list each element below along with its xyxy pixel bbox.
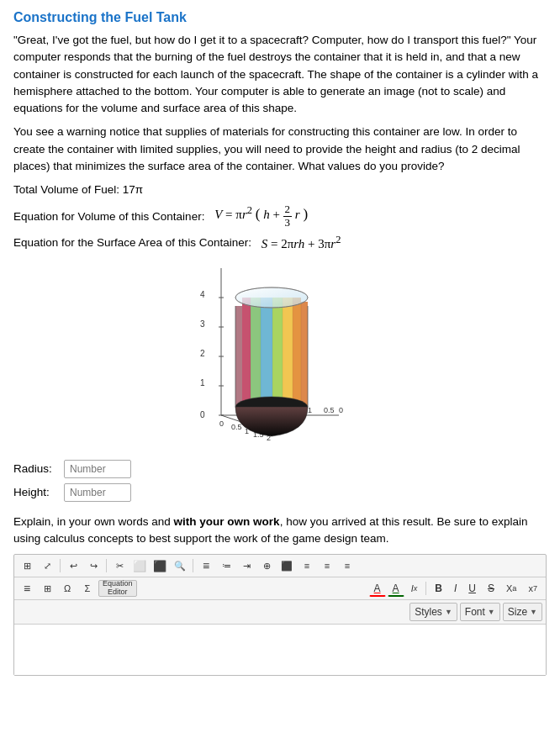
toolbar-align-left-btn[interactable]: ⬛: [277, 557, 296, 574]
height-input[interactable]: [64, 483, 131, 502]
editor-content[interactable]: [14, 625, 546, 675]
svg-rect-26: [272, 298, 283, 407]
page-title: Constructing the Fuel Tank: [13, 10, 547, 25]
toolbar-undo-btn[interactable]: ↩: [64, 557, 82, 574]
svg-text:2: 2: [200, 349, 205, 358]
toolbar-cut-btn[interactable]: ✂: [110, 557, 129, 574]
graph-area: 0 1 2 3 4 0 0.5 1 1.5 2 2 1.5 1 0.5 0: [13, 260, 547, 445]
volume-equation-line: Equation for Volume of this Container: V…: [13, 203, 547, 229]
svg-rect-29: [301, 302, 308, 407]
toolbar-indent1-btn[interactable]: ⇥: [237, 557, 256, 574]
subscript-btn[interactable]: Xa: [501, 580, 521, 597]
bold-btn[interactable]: B: [430, 580, 447, 597]
svg-rect-24: [251, 298, 261, 407]
intro-paragraph-2: You see a warning notice that supplies o…: [13, 124, 547, 175]
surface-equation-line: Equation for the Surface Area of this Co…: [13, 234, 547, 251]
radius-row: Radius:: [13, 460, 547, 478]
toolbar-sep-3: [193, 559, 193, 572]
size-arrow: ▼: [530, 608, 537, 616]
toolbar-divider-btn[interactable]: ⊕: [257, 557, 276, 574]
svg-text:0: 0: [219, 419, 224, 428]
font-arrow: ▼: [488, 608, 495, 616]
styles-arrow: ▼: [445, 608, 452, 616]
clear-format-btn[interactable]: Ix: [406, 580, 423, 597]
toolbar-table-btn[interactable]: ⊞: [38, 580, 56, 597]
svg-text:1: 1: [308, 406, 312, 414]
toolbar-row3: Styles ▼ Font ▼ Size ▼: [14, 600, 546, 625]
svg-text:4: 4: [200, 290, 205, 299]
surface-formula: S = 2πrh + 3πr2: [262, 234, 341, 251]
toolbar-omega-btn[interactable]: Ω: [58, 580, 77, 597]
height-row: Height:: [13, 483, 547, 502]
surface-equation-label: Equation for the Surface Area of this Co…: [13, 236, 251, 249]
total-volume-line: Total Volume of Fuel: 17π: [13, 182, 547, 198]
italic-btn[interactable]: I: [449, 580, 462, 597]
3d-graph: 0 1 2 3 4 0 0.5 1 1.5 2 2 1.5 1 0.5 0: [196, 260, 364, 445]
toolbar-align-center-btn[interactable]: ≡: [298, 557, 316, 574]
svg-text:3: 3: [200, 319, 205, 329]
svg-rect-25: [261, 298, 272, 407]
toolbar-list2-btn[interactable]: ≔: [217, 557, 235, 574]
font-color-dark-btn[interactable]: A: [388, 580, 404, 597]
explain-text: Explain, in your own words and with your…: [13, 514, 547, 548]
svg-rect-23: [242, 298, 251, 407]
equation-editor-btn[interactable]: Equation Editor: [98, 580, 137, 597]
toolbar-align-right-btn[interactable]: ≡: [318, 557, 336, 574]
svg-rect-27: [283, 298, 293, 407]
svg-text:1: 1: [200, 378, 205, 387]
size-dropdown[interactable]: Size ▼: [503, 603, 542, 621]
font-dropdown[interactable]: Font ▼: [460, 603, 500, 621]
height-label: Height:: [13, 486, 64, 498]
toolbar-row1: ⊞ ⤢ ↩ ↪ ✂ ⬜ ⬛ 🔍 ≡ ≔ ⇥ ⊕ ⬛ ≡ ≡ ≡: [14, 555, 546, 577]
toolbar-redo-btn[interactable]: ↪: [84, 557, 103, 574]
svg-rect-28: [293, 298, 301, 407]
svg-text:0.5: 0.5: [231, 423, 242, 431]
toolbar-menu-btn[interactable]: ≡: [18, 580, 36, 597]
toolbar-justify-btn[interactable]: ≡: [338, 557, 357, 574]
rich-text-editor[interactable]: ⊞ ⤢ ↩ ↪ ✂ ⬜ ⬛ 🔍 ≡ ≔ ⇥ ⊕ ⬛ ≡ ≡ ≡ ≡ ⊞ Ω Σ …: [13, 554, 547, 676]
toolbar-sep-1: [60, 559, 61, 572]
toolbar-list1-btn[interactable]: ≡: [197, 557, 215, 574]
styles-dropdown[interactable]: Styles ▼: [409, 603, 457, 621]
styles-label: Styles: [415, 606, 442, 618]
toolbar-sigma-btn[interactable]: Σ: [78, 580, 97, 597]
toolbar-row2: ≡ ⊞ Ω Σ Equation Editor A A Ix B I U S X…: [14, 577, 546, 600]
font-color-btn[interactable]: A: [369, 580, 386, 597]
toolbar-copy-btn[interactable]: ⬜: [130, 557, 149, 574]
volume-equation-label: Equation for Volume of this Container:: [13, 210, 204, 223]
svg-rect-30: [235, 306, 242, 407]
toolbar-sep-4: [425, 582, 426, 595]
radius-label: Radius:: [13, 462, 64, 475]
strikethrough-btn[interactable]: S: [483, 580, 499, 597]
radius-input[interactable]: [64, 460, 131, 478]
toolbar-expand-btn[interactable]: ⤢: [38, 557, 56, 574]
svg-text:0: 0: [339, 406, 343, 414]
toolbar-sep-2: [106, 559, 107, 572]
intro-paragraph-1: "Great, I've got the fuel, but how do I …: [13, 32, 547, 117]
size-label: Size: [508, 606, 527, 618]
toolbar-grid-btn[interactable]: ⊞: [18, 557, 36, 574]
volume-formula: V = πr2 ( h + 2 3 r ): [214, 203, 308, 229]
superscript-btn[interactable]: x7: [523, 580, 542, 597]
svg-text:0.5: 0.5: [324, 406, 335, 414]
toolbar-search-btn[interactable]: 🔍: [171, 557, 189, 574]
font-label: Font: [465, 606, 485, 618]
toolbar-paste-btn[interactable]: ⬛: [151, 557, 169, 574]
svg-text:0: 0: [200, 410, 205, 419]
underline-btn[interactable]: U: [463, 580, 481, 597]
cylinder-svg: 0 1 2 3 4 0 0.5 1 1.5 2 2 1.5 1 0.5 0: [196, 260, 364, 445]
equation-editor-label: Equation Editor: [103, 580, 133, 597]
